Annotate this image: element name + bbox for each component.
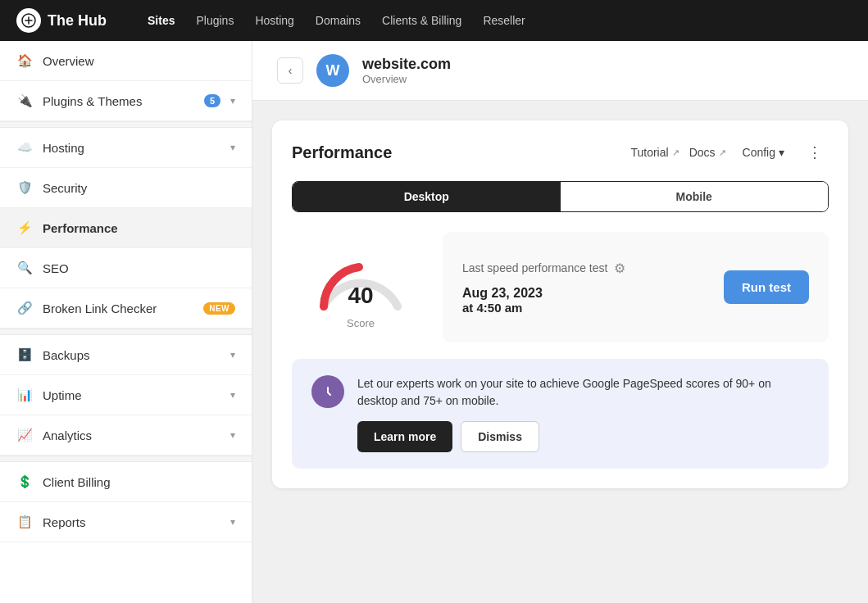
dismiss-button[interactable]: Dismiss [461, 421, 539, 452]
dollar-icon: 💲 [16, 474, 33, 490]
last-test-time: at 4:50 am [462, 301, 714, 315]
chevron-down-icon: ▾ [230, 95, 235, 107]
sidebar-label-hosting: Hosting [43, 141, 220, 155]
avatar: W [316, 54, 349, 87]
sidebar-item-analytics[interactable]: 📈 Analytics ▾ [0, 415, 252, 456]
docs-link[interactable]: Docs ↗ [689, 146, 726, 159]
nav-clients-billing[interactable]: Clients & Billing [374, 9, 470, 32]
sidebar-item-backups[interactable]: 🗄️ Backups ▾ [0, 335, 252, 375]
plug-icon: 🔌 [16, 93, 33, 109]
score-value: 40 [348, 283, 373, 309]
main-content: ‹ W website.com Overview Performance Tut… [252, 41, 868, 603]
plugins-badge: 5 [204, 94, 220, 107]
gauge-wrapper: 40 [311, 245, 410, 311]
main-layout: 🏠 Overview 🔌 Plugins & Themes 5 ▾ ☁️ Hos… [0, 41, 868, 603]
sidebar-divider-3 [0, 456, 252, 462]
sidebar-label-seo: SEO [43, 261, 235, 275]
score-section: 40 Score Last speed performance test ⚙ A… [292, 232, 829, 342]
chevron-down-icon: ▾ [230, 142, 235, 153]
sidebar-label-overview: Overview [43, 54, 235, 68]
chevron-down-icon: ▾ [230, 349, 235, 360]
sidebar-label-uptime: Uptime [43, 388, 220, 402]
sidebar-item-security[interactable]: 🛡️ Security [0, 168, 252, 208]
site-info: website.com Overview [362, 56, 451, 85]
promo-banner: Let our experts work on your site to ach… [292, 359, 829, 469]
chevron-down-icon: ▾ [779, 146, 784, 159]
promo-text: Let our experts work on your site to ach… [357, 375, 809, 452]
nav-domains[interactable]: Domains [307, 9, 369, 32]
nav-hosting[interactable]: Hosting [247, 9, 302, 32]
sidebar-item-broken-link[interactable]: 🔗 Broken Link Checker NEW [0, 288, 252, 329]
last-test-card: Last speed performance test ⚙ Aug 23, 20… [443, 232, 829, 342]
sidebar-item-performance[interactable]: ⚡ Performance [0, 208, 252, 248]
promo-actions: Learn more Dismiss [357, 421, 809, 452]
tab-mobile[interactable]: Mobile [561, 182, 829, 211]
performance-actions: Tutorial ↗ Docs ↗ Config ▾ ⋮ [630, 140, 829, 165]
sidebar-item-reports[interactable]: 📋 Reports ▾ [0, 502, 252, 542]
tutorial-link[interactable]: Tutorial ↗ [630, 146, 679, 159]
sidebar-item-client-billing[interactable]: 💲 Client Billing [0, 462, 252, 502]
back-button[interactable]: ‹ [277, 57, 303, 84]
tab-desktop[interactable]: Desktop [293, 182, 561, 211]
sidebar-item-seo[interactable]: 🔍 SEO [0, 248, 252, 288]
run-test-button[interactable]: Run test [724, 270, 809, 304]
chevron-down-icon: ▾ [230, 516, 235, 528]
last-test-title-text: Last speed performance test [462, 261, 607, 274]
analytics-icon: 📈 [16, 427, 33, 443]
database-icon: 🗄️ [16, 347, 33, 363]
cloud-icon: ☁️ [16, 139, 33, 156]
score-label: Score [347, 317, 375, 329]
site-header: ‹ W website.com Overview [252, 41, 868, 101]
performance-card: Performance Tutorial ↗ Docs ↗ Config ▾ [272, 120, 848, 488]
brand-logo[interactable]: The Hub [16, 8, 107, 33]
shield-icon: 🛡️ [16, 179, 33, 196]
link-icon: 🔗 [16, 300, 33, 316]
more-options-button[interactable]: ⋮ [801, 140, 829, 165]
sidebar: 🏠 Overview 🔌 Plugins & Themes 5 ▾ ☁️ Hos… [0, 41, 252, 603]
chevron-down-icon: ▾ [230, 389, 235, 401]
brand-name: The Hub [48, 12, 107, 29]
sidebar-divider-2 [0, 329, 252, 335]
last-test-title: Last speed performance test ⚙ [462, 261, 714, 276]
nav-plugins[interactable]: Plugins [188, 9, 242, 32]
sidebar-item-hosting[interactable]: ☁️ Hosting ▾ [0, 128, 252, 168]
uptime-icon: 📊 [16, 387, 33, 403]
sidebar-label-analytics: Analytics [43, 428, 220, 442]
search-icon: 🔍 [16, 260, 33, 276]
external-link-icon: ↗ [672, 147, 679, 158]
chevron-down-icon: ▾ [230, 429, 235, 441]
learn-more-button[interactable]: Learn more [357, 421, 452, 452]
sidebar-item-overview[interactable]: 🏠 Overview [0, 41, 252, 81]
config-label: Config [743, 146, 775, 159]
lightning-icon: ⚡ [16, 220, 33, 236]
sidebar-item-plugins-themes[interactable]: 🔌 Plugins & Themes 5 ▾ [0, 81, 252, 121]
top-navigation: Sites Plugins Hosting Domains Clients & … [139, 9, 534, 32]
sidebar-label-client-billing: Client Billing [43, 475, 235, 489]
tutorial-label: Tutorial [630, 146, 668, 159]
sidebar-label-security: Security [43, 181, 235, 195]
docs-label: Docs [689, 146, 716, 159]
report-icon: 📋 [16, 514, 33, 530]
device-tabs: Desktop Mobile [292, 181, 829, 212]
gear-icon[interactable]: ⚙ [614, 261, 625, 276]
sidebar-item-uptime[interactable]: 📊 Uptime ▾ [0, 375, 252, 415]
performance-container: Performance Tutorial ↗ Docs ↗ Config ▾ [252, 101, 868, 508]
new-badge: NEW [203, 302, 235, 315]
performance-header: Performance Tutorial ↗ Docs ↗ Config ▾ [292, 140, 829, 165]
last-test-date: Aug 23, 2023 [462, 286, 714, 301]
promo-icon [311, 375, 344, 408]
site-name: website.com [362, 56, 451, 73]
config-button[interactable]: Config ▾ [736, 143, 791, 162]
site-subtitle: Overview [362, 73, 451, 85]
score-gauge: 40 Score [292, 232, 429, 342]
sidebar-divider-1 [0, 121, 252, 128]
sidebar-label-reports: Reports [43, 515, 220, 529]
nav-reseller[interactable]: Reseller [475, 9, 533, 32]
last-test-info: Last speed performance test ⚙ Aug 23, 20… [462, 261, 714, 315]
sidebar-label-performance: Performance [43, 221, 235, 235]
top-nav: The Hub Sites Plugins Hosting Domains Cl… [0, 0, 868, 41]
nav-sites[interactable]: Sites [139, 9, 183, 32]
external-link-icon: ↗ [719, 147, 726, 158]
promo-message: Let our experts work on your site to ach… [357, 375, 809, 410]
sidebar-label-broken-link: Broken Link Checker [43, 302, 190, 315]
